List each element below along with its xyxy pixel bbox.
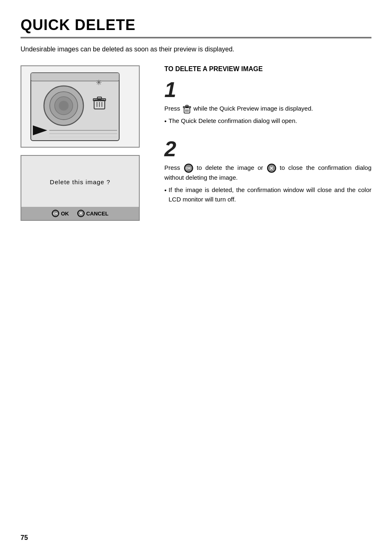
step-1-main: Press while the Quick Preview image is d… [164,104,371,113]
cancel-button-icon: ✕ [267,164,276,173]
intro-paragraph: Undesirable images can be deleted as soo… [21,46,371,53]
trash-button-icon [183,104,191,113]
step-1-block: 1 Press while the Quick Pr [164,79,371,126]
ok-button-icon: OK [184,164,193,173]
right-column: TO DELETE A PREVIEW IMAGE 1 Press [152,65,371,221]
dialog-cancel-btn: ✕ CANCEL [77,210,108,217]
left-column: ✳ Delete this [21,65,152,221]
step-2-bullet: • If the image is deleted, the confirmat… [164,185,371,204]
dialog-message: Delete this image ? [50,178,110,185]
step-1-bullet: • The Quick Delete confirmation dialog w… [164,116,371,126]
step-2-block: 2 Press OK to delete the image or ✕ to c… [164,138,371,204]
step-2-number: 2 [164,138,371,160]
step-1-text: Press while the Quick Preview image is d… [164,104,371,126]
dialog-ok-btn: OK OK [52,210,69,217]
ok-label: OK [61,211,69,217]
page-number: 75 [21,534,28,542]
page-title: QUICK DELETE [21,16,371,34]
step-1-number: 1 [164,79,371,100]
ok-icon: OK [52,210,59,217]
svg-rect-1 [31,73,119,81]
cancel-label: CANCEL [86,211,108,217]
title-divider [21,37,371,38]
content-area: ✳ Delete this [21,65,371,221]
dialog-footer: OK OK ✕ CANCEL [21,207,139,220]
step-2-text: Press OK to delete the image or ✕ to clo… [164,163,371,204]
svg-point-5 [59,101,69,111]
delete-dialog-illustration: Delete this image ? OK OK ✕ CANCEL [21,155,140,221]
svg-text:✳: ✳ [96,79,102,87]
step-2-bullet-text: If the image is deleted, the confirmatio… [168,185,371,204]
svg-rect-19 [186,105,188,107]
step-2-main: Press OK to delete the image or ✕ to clo… [164,163,371,182]
cancel-icon: ✕ [77,210,85,217]
step-1-bullet-text: The Quick Delete confirmation dialog wil… [168,116,297,125]
section-heading: TO DELETE A PREVIEW IMAGE [164,65,371,73]
camera-illustration: ✳ [21,65,140,148]
